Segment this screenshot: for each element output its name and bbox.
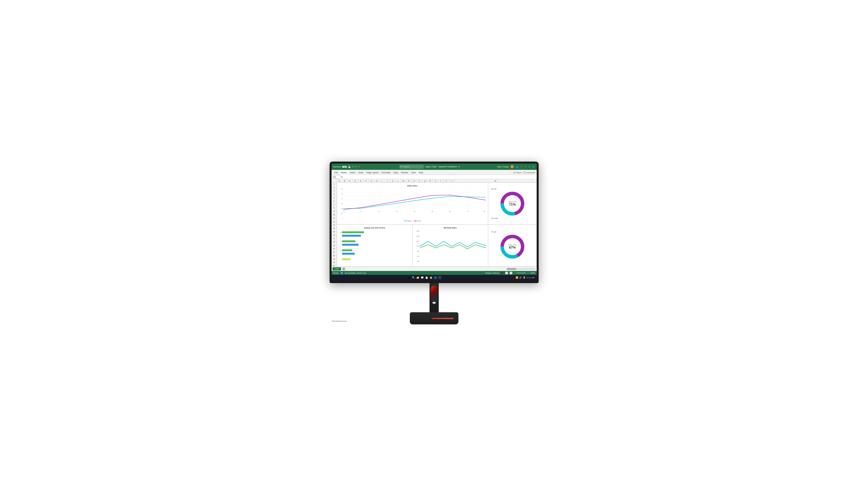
row-4[interactable]: 4 — [332, 193, 337, 196]
restore-button[interactable]: □ — [528, 165, 531, 168]
col-header-b[interactable]: B — [342, 179, 348, 183]
row-25[interactable]: 25 — [332, 264, 337, 266]
col-header-u[interactable]: U — [444, 179, 449, 183]
ribbon-pin[interactable]: 📌 — [358, 166, 360, 168]
tab-insert[interactable]: Insert — [348, 170, 357, 174]
row-3[interactable]: 3 — [332, 189, 337, 193]
row-5[interactable]: 5 — [332, 196, 337, 199]
minimize-button[interactable]: ─ — [524, 165, 527, 168]
taskbar-star[interactable]: ⭐ — [429, 276, 433, 279]
formula-input[interactable] — [344, 175, 536, 179]
row-13[interactable]: 13 — [332, 223, 337, 227]
col-header-k[interactable]: K — [391, 179, 396, 183]
tab-home[interactable]: Home — [339, 170, 348, 174]
tab-data[interactable]: Data — [392, 170, 400, 174]
autosave-toggle[interactable]: ON — [342, 166, 347, 168]
row-2[interactable]: 2 — [332, 186, 337, 189]
row-9[interactable]: 9 — [332, 210, 337, 213]
row-22[interactable]: 22 — [332, 254, 337, 257]
cell-reference-box[interactable]: A1 — [333, 175, 340, 179]
col-header-h[interactable]: H — [374, 179, 380, 183]
daily-sales-chart[interactable]: Daily Sales 60 50 40 30 20 — [337, 183, 488, 225]
row-19[interactable]: 19 — [332, 244, 337, 247]
col-header-q[interactable]: Q — [423, 179, 428, 183]
taskbar-search[interactable]: 🔍 — [412, 276, 415, 279]
zoom-in-icon[interactable]: + — [527, 272, 529, 274]
col-header-t[interactable]: T — [438, 179, 444, 183]
help-icon[interactable]: ❓ — [520, 165, 523, 168]
col-header-s[interactable]: S — [433, 179, 438, 183]
col-header-n[interactable]: N — [406, 179, 412, 183]
taskbar-clipboard[interactable]: 📋 — [425, 276, 428, 279]
row-16[interactable]: 16 — [332, 233, 337, 237]
col-header-c[interactable]: C — [348, 179, 353, 183]
save-icon[interactable]: 💾 — [348, 165, 351, 168]
row-11[interactable]: 11 — [332, 217, 337, 220]
donut-chart-2[interactable]: 97 Left Sales Goal — [488, 225, 537, 266]
tab-help[interactable]: Help — [417, 170, 425, 174]
comments-button[interactable]: 💬 Comments — [523, 171, 535, 174]
tab-draw[interactable]: Draw — [357, 170, 365, 174]
row-1[interactable]: 1 — [332, 183, 337, 186]
title-dropdown[interactable]: ▾ — [458, 165, 460, 168]
share-button[interactable]: 🔗 Share — [513, 171, 521, 174]
col-header-e[interactable]: E — [358, 179, 364, 183]
tab-page-layout[interactable]: Page Layout — [365, 170, 380, 174]
row-10[interactable]: 10 — [332, 213, 337, 217]
col-header-d[interactable]: D — [353, 179, 358, 183]
share-icon[interactable]: 👥 — [515, 165, 518, 168]
my-label-400: 400 — [415, 261, 420, 262]
taskbar-excel[interactable]: X — [438, 276, 441, 279]
tab-view[interactable]: View — [410, 170, 417, 174]
scrollbar-thumb[interactable] — [506, 268, 516, 270]
taskbar-files[interactable]: 📁 — [416, 276, 420, 279]
undo-icon[interactable]: ↩ — [352, 165, 354, 168]
row-24[interactable]: 24 — [332, 261, 337, 264]
col-header-g[interactable]: G — [369, 179, 374, 183]
col-header-v[interactable]: V — [449, 179, 455, 183]
row-15[interactable]: 15 — [332, 230, 337, 233]
col-header-f[interactable]: F — [364, 179, 369, 183]
row-20[interactable]: 20 — [332, 247, 337, 251]
search-box[interactable]: 🔍 Search — [399, 165, 424, 169]
taskbar-start[interactable]: ⊞ — [407, 276, 411, 279]
sheet-tab-chart[interactable]: Chart — [333, 267, 341, 270]
add-sheet-button[interactable]: + — [342, 267, 345, 271]
row-6[interactable]: 6 — [332, 199, 337, 203]
donut-chart-1[interactable]: 86 Left — [488, 183, 537, 225]
supply-sell-chart[interactable]: Supply and Sell Orders 4 — [337, 225, 412, 266]
monthly-sales-chart[interactable]: Monthly Sales 1600 1400 1200 1000 800 — [412, 225, 488, 266]
redo-icon[interactable]: ↪ — [354, 165, 356, 168]
view-layout-icon[interactable]: ⬜ — [505, 272, 508, 274]
col-header-m[interactable]: M — [401, 179, 406, 183]
row-23[interactable]: 23 — [332, 257, 337, 261]
row-12[interactable]: 12 — [332, 220, 337, 223]
col-header-r[interactable]: R — [428, 179, 433, 183]
tab-formulas[interactable]: Formulas — [380, 170, 392, 174]
col-header-o[interactable]: O — [412, 179, 417, 183]
col-header-w[interactable]: W — [455, 179, 537, 183]
col-header-j[interactable]: J — [385, 179, 391, 183]
col-header-i[interactable]: I — [380, 179, 385, 183]
row-14[interactable]: 14 — [332, 227, 337, 230]
tab-file[interactable]: File — [333, 170, 340, 174]
row-21[interactable]: 21 — [332, 251, 337, 254]
display-settings[interactable]: Display Settings — [485, 272, 499, 274]
taskbar-browser[interactable]: 🌐 — [434, 276, 437, 279]
close-button[interactable]: ✕ — [532, 165, 535, 168]
zoom-out-icon[interactable]: − — [514, 272, 515, 274]
status-bar: Ready ♿ Accessibility: Good to go Displa… — [332, 271, 537, 275]
row-8[interactable]: 8 — [332, 206, 337, 210]
col-header-a[interactable]: A — [337, 179, 342, 183]
taskbar-chat[interactable]: 💬 — [421, 276, 424, 279]
zoom-slider[interactable] — [516, 273, 526, 273]
col-header-l[interactable]: L — [396, 179, 401, 183]
horizontal-scrollbar[interactable] — [506, 268, 536, 270]
tab-review[interactable]: Review — [400, 170, 410, 174]
row-7[interactable]: 7 — [332, 203, 337, 206]
col-header-p[interactable]: P — [417, 179, 423, 183]
row-17[interactable]: 17 — [332, 237, 337, 240]
view-normal-icon[interactable]: ⬛ — [501, 272, 504, 274]
row-18[interactable]: 18 — [332, 240, 337, 244]
view-page-icon[interactable]: ⬜ — [509, 272, 513, 274]
